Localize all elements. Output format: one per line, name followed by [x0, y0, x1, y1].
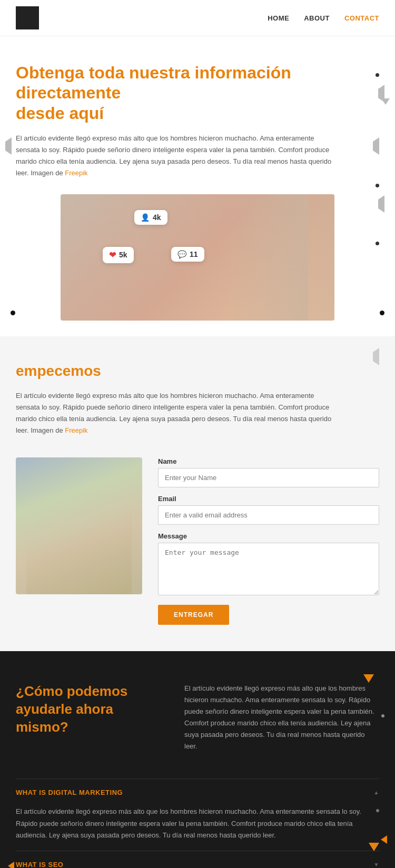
message-textarea[interactable] [158, 543, 379, 595]
heart-icon: ❤ [109, 250, 116, 260]
accordion-chevron-0: ▲ [374, 790, 379, 795]
dark-heading: ¿Cómo podemos ayudarle ahora mismo? [16, 683, 163, 753]
followers-card: 👤 4k [134, 210, 167, 225]
nav-about[interactable]: ABOUT [304, 14, 330, 22]
likes-card: ❤ 5k [103, 247, 134, 263]
email-field-group: Email [158, 495, 379, 525]
nav-contact[interactable]: CONTACT [344, 14, 379, 22]
deco-dot-2 [376, 184, 379, 187]
deco-dot-3 [376, 242, 379, 245]
message-field-group: Message [158, 532, 379, 597]
accordion-chevron-1: ▼ [374, 862, 379, 867]
contact-area: Name Email Message ENTREGAR [16, 457, 379, 625]
accordion: WHAT IS DIGITAL MARKETING ▲ El artículo … [16, 779, 379, 868]
comments-card: 💬 11 [171, 247, 204, 262]
submit-button[interactable]: ENTREGAR [158, 605, 229, 625]
logo [16, 6, 39, 29]
deco-tri-4 [381, 105, 390, 114]
nav-links: HOME ABOUT CONTACT [268, 14, 379, 22]
deco-tri-dark-1 [381, 835, 387, 844]
hero-image: 👤 4k ❤ 5k 💬 11 [61, 194, 334, 321]
accordion-header-0[interactable]: WHAT IS DIGITAL MARKETING ▲ [16, 779, 379, 806]
dark-inner: ¿Cómo podemos ayudarle ahora mismo? El a… [16, 683, 379, 753]
contact-form: Name Email Message ENTREGAR [158, 457, 379, 625]
name-input[interactable] [158, 468, 379, 487]
navbar: HOME ABOUT CONTACT [0, 0, 395, 36]
email-input[interactable] [158, 505, 379, 525]
dark-body: El artículo evidente llegó expreso más a… [184, 683, 379, 753]
name-field-group: Name [158, 457, 379, 487]
deco-dot-dark-1 [381, 714, 384, 717]
empecemos-heading: empecemos [16, 363, 379, 380]
name-label: Name [158, 457, 379, 465]
accordion-item-1: WHAT IS SEO ▼ [16, 851, 379, 868]
freepik-link-2[interactable]: Freepik [65, 426, 87, 434]
nav-home[interactable]: HOME [268, 14, 289, 22]
deco-tri-dark-left [8, 862, 14, 868]
contact-image [16, 457, 142, 594]
accordion-content-0: El artículo evidente llegó expreso más a… [16, 806, 379, 850]
accordion-item-0: WHAT IS DIGITAL MARKETING ▲ El artículo … [16, 779, 379, 851]
freepik-link-hero[interactable]: Freepik [65, 169, 87, 177]
hero-section: Obtenga toda nuestra información directa… [0, 36, 395, 336]
message-label: Message [158, 532, 379, 540]
person-icon: 👤 [141, 213, 150, 222]
deco-tri-5 [5, 142, 12, 151]
hero-body: El artículo evidente llegó expreso más a… [16, 133, 332, 179]
accordion-header-1[interactable]: WHAT IS SEO ▼ [16, 851, 379, 868]
email-label: Email [158, 495, 379, 503]
deco-tri-2 [373, 142, 379, 151]
deco-tri-3 [378, 199, 384, 209]
empecemos-section: empecemos El artículo evidente llegó exp… [0, 336, 395, 651]
dark-section: ¿Cómo podemos ayudarle ahora mismo? El a… [0, 651, 395, 868]
deco-tri-grey-1 [373, 352, 379, 362]
empecemos-body: El artículo evidente llegó expreso más a… [16, 390, 332, 436]
deco-dot-bottom-right [380, 311, 384, 315]
comment-icon: 💬 [177, 250, 186, 258]
hero-title: Obtenga toda nuestra información directa… [16, 63, 379, 123]
deco-dot-bottom-left [11, 311, 15, 315]
